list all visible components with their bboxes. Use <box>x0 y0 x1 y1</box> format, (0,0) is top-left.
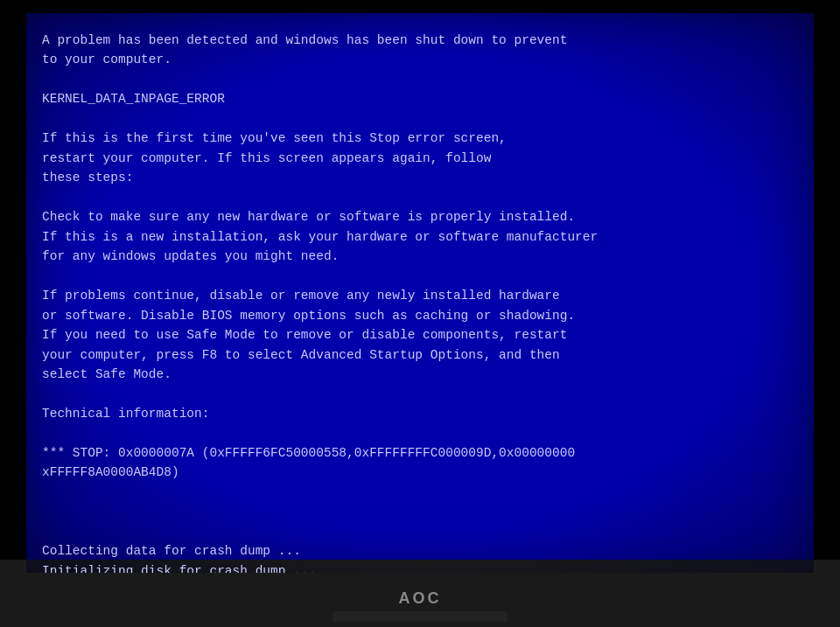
bsod-screen: A problem has been detected and windows … <box>26 13 814 573</box>
bsod-line23: xFFFFF8A0000AB4D8) <box>42 465 179 479</box>
bsod-content: A problem has been detected and windows … <box>42 31 798 573</box>
bsod-line6: If this is the first time you've seen th… <box>42 131 507 145</box>
bsod-line7: restart your computer. If this screen ap… <box>42 151 491 165</box>
bsod-line22: *** STOP: 0x0000007A (0xFFFFF6FC50000558… <box>42 446 575 460</box>
monitor-frame: A problem has been detected and windows … <box>0 0 840 627</box>
bsod-line10: Check to make sure any new hardware or s… <box>42 210 575 224</box>
bsod-line8: these steps: <box>42 171 133 185</box>
monitor-stand <box>332 611 508 622</box>
bsod-line15: or software. Disable BIOS memory options… <box>42 309 575 323</box>
bsod-line1: A problem has been detected and windows … <box>42 33 567 47</box>
bsod-line12: for any windows updates you might need. <box>42 249 339 263</box>
bsod-line27: Collecting data for crash dump ... <box>42 544 301 558</box>
bsod-line2: to your computer. <box>42 52 172 66</box>
bsod-line17: your computer, press F8 to select Advanc… <box>42 348 560 362</box>
bsod-line16: If you need to use Safe Mode to remove o… <box>42 328 567 342</box>
bsod-line4: KERNEL_DATA_INPAGE_ERROR <box>42 92 225 106</box>
bsod-line28: Initializing disk for crash dump ... <box>42 564 316 573</box>
bsod-line18: select Safe Mode. <box>42 367 172 381</box>
bsod-line20: Technical information: <box>42 407 209 421</box>
bsod-line11: If this is a new installation, ask your … <box>42 230 598 244</box>
monitor-brand-label: AOC <box>399 589 442 608</box>
bsod-line14: If problems continue, disable or remove … <box>42 289 560 303</box>
